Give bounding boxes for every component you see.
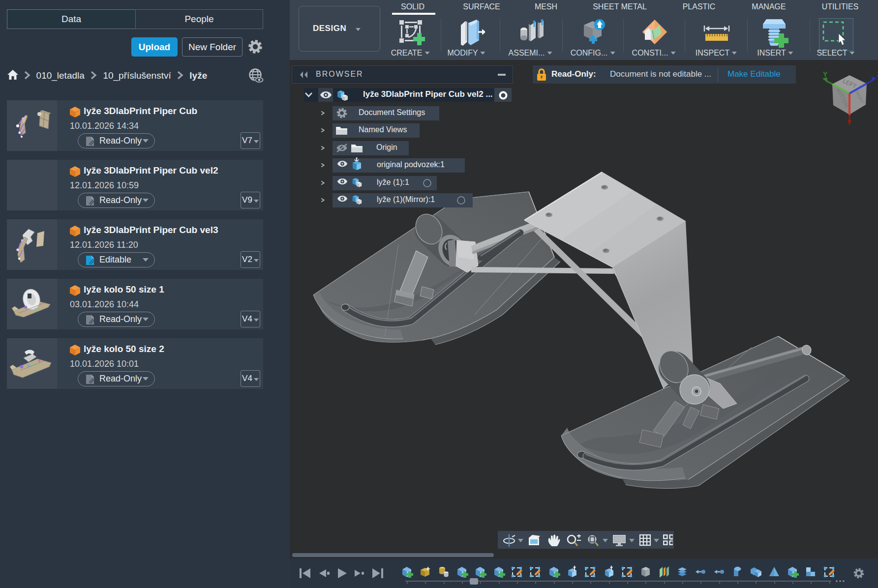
- svg-text:Y: Y: [823, 70, 828, 78]
